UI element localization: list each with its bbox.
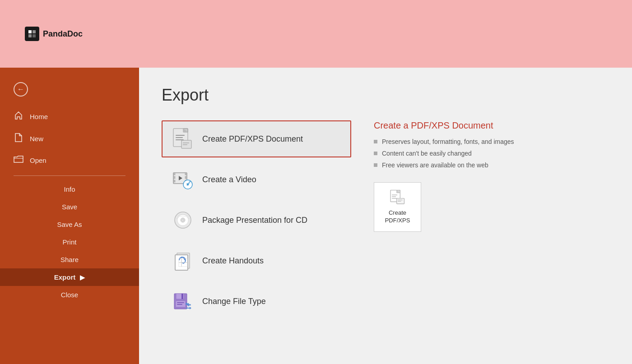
video-icon — [172, 168, 194, 191]
svg-point-25 — [182, 219, 184, 221]
cursor-icon: ▶ — [80, 274, 85, 281]
svg-rect-53 — [398, 201, 401, 202]
svg-rect-50 — [392, 198, 397, 199]
svg-rect-7 — [176, 135, 185, 136]
sidebar-item-new-label: New — [30, 135, 43, 143]
svg-rect-8 — [176, 137, 183, 138]
sidebar-item-share[interactable]: Share — [0, 251, 139, 268]
open-icon — [14, 155, 23, 166]
logo-icon — [25, 27, 39, 41]
options-list: Create PDF/XPS Document — [162, 120, 351, 320]
export-option-file-type-label: Change File Type — [202, 297, 266, 306]
sidebar-item-info[interactable]: Info — [0, 180, 139, 198]
sidebar-item-close[interactable]: Close — [0, 286, 139, 304]
home-icon — [14, 111, 23, 122]
sidebar-item-print[interactable]: Print — [0, 233, 139, 251]
new-icon — [14, 133, 23, 144]
sidebar-divider — [14, 175, 125, 176]
pdfxps-button-icon — [386, 189, 409, 205]
info-panel-title: Create a PDF/XPS Document — [374, 120, 609, 131]
content-area: Export — [139, 68, 632, 364]
export-option-video-label: Create a Video — [202, 175, 256, 184]
sidebar-item-save-as-label: Save As — [57, 221, 82, 228]
info-bullet-1-text: Preserves layout, formatting, fonts, and… — [382, 138, 514, 145]
export-options: Create PDF/XPS Document — [162, 120, 609, 320]
file-type-icon — [172, 290, 194, 313]
pdf-xps-icon — [172, 128, 194, 150]
sidebar-item-home[interactable]: Home — [0, 106, 139, 128]
sidebar-item-home-label: Home — [30, 113, 48, 120]
handouts-icon — [172, 249, 194, 272]
sidebar-item-open-label: Open — [30, 157, 46, 164]
page-title: Export — [162, 86, 609, 105]
bullet-square-3 — [374, 163, 377, 167]
export-option-handouts[interactable]: Create Handouts — [162, 242, 351, 279]
export-option-cd[interactable]: Package Presentation for CD — [162, 202, 351, 239]
svg-rect-1 — [33, 30, 36, 33]
export-option-pdf-xps[interactable]: Create PDF/XPS Document — [162, 120, 351, 157]
top-bar: PandaDoc — [0, 0, 632, 68]
svg-rect-41 — [177, 304, 182, 305]
sidebar-item-info-label: Info — [64, 185, 75, 193]
svg-rect-12 — [183, 144, 187, 145]
export-option-pdf-xps-label: Create PDF/XPS Document — [202, 134, 303, 144]
bullet-square-2 — [374, 152, 377, 155]
info-bullet-2-text: Content can't be easily changed — [382, 150, 472, 157]
cd-icon — [172, 209, 194, 231]
svg-rect-3 — [33, 34, 36, 37]
main-container: ← Home New — [0, 68, 632, 364]
pdfxps-btn-label: CreatePDF/XPS — [385, 209, 410, 225]
sidebar-item-export-label: Export — [54, 273, 76, 281]
svg-marker-44 — [190, 307, 191, 309]
info-bullet-3: Free viewers are available on the web — [374, 161, 609, 169]
logo-text: PandaDoc — [43, 29, 83, 39]
svg-rect-14 — [173, 173, 175, 175]
create-pdfxps-button[interactable]: CreatePDF/XPS — [374, 182, 421, 232]
svg-rect-18 — [185, 176, 187, 179]
export-option-file-type[interactable]: Change File Type — [162, 283, 351, 320]
sidebar-item-new[interactable]: New — [0, 128, 139, 150]
svg-rect-16 — [173, 180, 175, 182]
sidebar: ← Home New — [0, 68, 139, 364]
sidebar-item-open[interactable]: Open — [0, 150, 139, 171]
info-bullet-1: Preserves layout, formatting, fonts, and… — [374, 138, 609, 145]
back-button[interactable]: ← — [0, 77, 139, 102]
svg-rect-49 — [392, 196, 396, 197]
sidebar-item-print-label: Print — [63, 238, 77, 246]
svg-rect-0 — [28, 30, 32, 33]
svg-rect-15 — [173, 176, 175, 179]
sidebar-item-close-label: Close — [61, 291, 78, 299]
svg-rect-48 — [392, 194, 397, 195]
info-bullet-2: Content can't be easily changed — [374, 150, 609, 157]
logo-area: PandaDoc — [25, 27, 83, 41]
svg-rect-17 — [185, 173, 187, 175]
sidebar-item-save[interactable]: Save — [0, 198, 139, 216]
export-option-video[interactable]: Create a Video — [162, 161, 351, 198]
svg-rect-38 — [181, 294, 183, 299]
bullet-square-1 — [374, 140, 377, 143]
export-option-cd-label: Package Presentation for CD — [202, 216, 307, 225]
sidebar-item-export[interactable]: Export ▶ — [0, 268, 139, 286]
info-panel: Create a PDF/XPS Document Preserves layo… — [365, 120, 609, 320]
svg-rect-52 — [398, 200, 403, 200]
svg-rect-40 — [177, 302, 184, 303]
export-option-handouts-label: Create Handouts — [202, 256, 264, 266]
back-circle-icon: ← — [14, 82, 28, 97]
sidebar-item-save-label: Save — [62, 203, 77, 211]
info-bullet-3-text: Free viewers are available on the web — [382, 161, 488, 169]
sidebar-item-share-label: Share — [60, 256, 79, 263]
info-bullets: Preserves layout, formatting, fonts, and… — [374, 138, 609, 169]
svg-rect-11 — [183, 143, 189, 143]
sidebar-item-save-as[interactable]: Save As — [0, 216, 139, 233]
svg-rect-2 — [28, 34, 32, 37]
